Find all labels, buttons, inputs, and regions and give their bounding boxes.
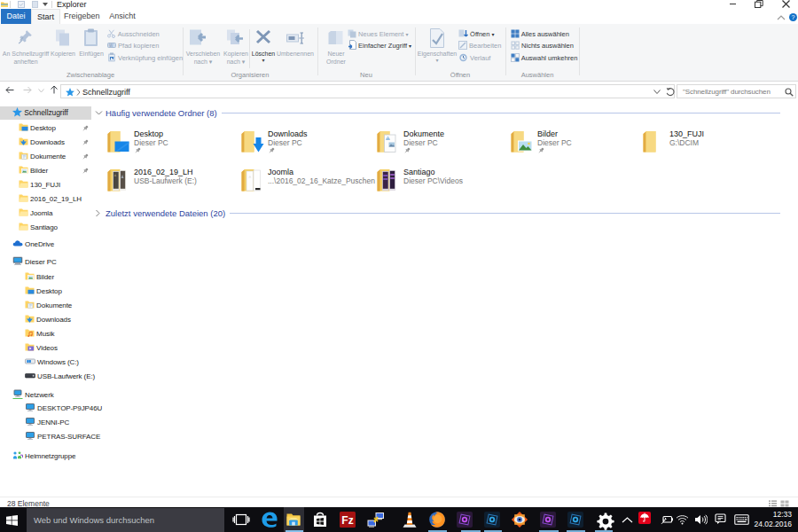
svg-text:?: ? bbox=[792, 14, 795, 20]
svg-text:Fz: Fz bbox=[341, 514, 353, 527]
